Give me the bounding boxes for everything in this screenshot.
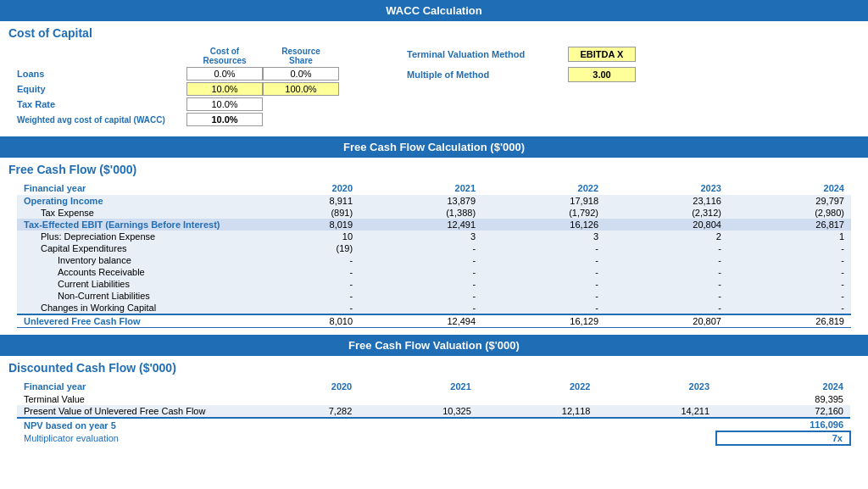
taxrate-cost[interactable]: 10.0% — [186, 97, 263, 111]
fcf-cell-8-0: - — [254, 290, 359, 302]
fcf-cell-9-3: - — [605, 302, 728, 314]
fcf-cell-5-2: - — [482, 254, 605, 266]
npv-empty-4: 116,096 — [716, 418, 850, 431]
npv-empty-2 — [478, 418, 598, 431]
wacc-col-headers: Cost ofResources ResourceShare — [17, 47, 339, 65]
npv-row: NPV based on year 5116,096 — [17, 418, 850, 431]
npv-empty-1 — [359, 418, 478, 431]
fcf-cell-2-3: 20,804 — [605, 219, 728, 231]
fcf-cell-4-1: - — [359, 242, 482, 254]
npv-empty-3 — [597, 418, 716, 431]
fcf-cell-5-4: - — [728, 254, 851, 266]
fcf-cell-1-0: (891) — [254, 207, 359, 219]
fcf-row-label-6: Accounts Receivable — [17, 266, 254, 278]
fcf-content: Financial year 2020 2021 2022 2023 2024 … — [0, 178, 868, 335]
dcf-year-2021: 2021 — [359, 380, 478, 393]
wacc-row-taxrate: Tax Rate 10.0% — [17, 97, 339, 111]
wacc-share — [263, 119, 339, 120]
wacc-content: Cost ofResources ResourceShare Loans 0.0… — [0, 42, 868, 136]
multiplicator-row: Multiplicator evaluation7x — [17, 431, 850, 445]
wacc-header: WACC Calculation — [0, 0, 868, 21]
dcf-cell-0-1 — [359, 393, 478, 405]
mult-cell-1 — [359, 431, 478, 445]
multiple-method-value[interactable]: 3.00 — [568, 67, 636, 82]
loans-share[interactable]: 0.0% — [263, 67, 339, 81]
fcf-cell-6-2: - — [482, 266, 605, 278]
fcf-cell-3-0: 10 — [254, 231, 359, 242]
fcf-cell-7-1: - — [359, 278, 482, 290]
fcf-cell-9-0: - — [254, 302, 359, 314]
fcf-row-label-3: Plus: Depreciation Expense — [17, 231, 254, 242]
fcf-row-3: Plus: Depreciation Expense103321 — [17, 231, 851, 242]
fcf-row-2: Tax-Effected EBIT (Earnings Before Inter… — [17, 219, 851, 231]
fcf-cell-9-4: - — [728, 302, 851, 314]
terminal-method-row: Terminal Valuation Method EBITDA X — [407, 47, 636, 62]
fcf-cell-5-1: - — [359, 254, 482, 266]
taxrate-share — [263, 103, 339, 105]
fcf-cell-5-3: - — [605, 254, 728, 266]
fcf-year-2023: 2023 — [605, 181, 728, 195]
wacc-left: Cost ofResources ResourceShare Loans 0.0… — [17, 47, 339, 128]
wacc-row-wacc: Weighted avg cost of capital (WACC) 10.0… — [17, 113, 339, 126]
dcf-cell-1-2: 12,118 — [478, 405, 598, 418]
dcf-row-label-0: Terminal Value — [17, 393, 254, 405]
fcf-cell-4-4: - — [728, 242, 851, 254]
fcf-row-9: Changes in Working Capital----- — [17, 302, 851, 314]
dcf-cell-1-0: 7,282 — [254, 405, 359, 418]
fcf-row-label-8: Non-Current Liabilities — [17, 290, 254, 302]
fcf-cell-2-0: 8,019 — [254, 219, 359, 231]
fcf-row-label-9: Changes in Working Capital — [17, 302, 254, 314]
fcf-row-label-1: Tax Expense — [17, 207, 254, 219]
fcf-cell-7-0: - — [254, 278, 359, 290]
dcf-cell-0-4: 89,395 — [716, 393, 850, 405]
mult-cell-3 — [597, 431, 716, 445]
dcf-title: Discounted Cash Flow ($'000) — [0, 356, 868, 376]
fcf-cell-2-2: 16,126 — [482, 219, 605, 231]
fcf-cell-0-1: 13,879 — [359, 195, 482, 207]
fcf-cell-9-1: - — [359, 302, 482, 314]
fcf-cell-5-0: - — [254, 254, 359, 266]
fcf-year-2020: 2020 — [254, 181, 359, 195]
fcf-cell-1-4: (2,980) — [728, 207, 851, 219]
fcf-row-7: Current Liabilities----- — [17, 278, 851, 290]
fcf-cell-6-1: - — [359, 266, 482, 278]
fcf-table: Financial year 2020 2021 2022 2023 2024 … — [17, 181, 851, 328]
fcf-cell-0-3: 23,116 — [605, 195, 728, 207]
fcf-cell-7-3: - — [605, 278, 728, 290]
taxrate-label: Tax Rate — [17, 99, 186, 109]
multiple-method-row: Multiple of Method 3.00 — [407, 67, 636, 82]
dcf-year-2023: 2023 — [597, 380, 716, 393]
equity-share[interactable]: 100.0% — [263, 82, 339, 96]
dcf-cell-1-3: 14,211 — [597, 405, 716, 418]
dcf-year-label: Financial year — [17, 380, 254, 393]
fcf-title: Free Cash Flow ($'000) — [0, 158, 868, 178]
col-header-cost: Cost ofResources — [186, 47, 263, 65]
mult-cell-4[interactable]: 7x — [716, 431, 850, 445]
dcf-year-2024: 2024 — [716, 380, 850, 393]
dcf-header: Free Cash Flow Valuation ($'000) — [0, 335, 868, 356]
dcf-section: Free Cash Flow Valuation ($'000) Discoun… — [0, 335, 868, 453]
terminal-method-value[interactable]: EBITDA X — [568, 47, 636, 62]
fcf-row-10: Unlevered Free Cash Flow8,01012,49416,12… — [17, 314, 851, 328]
dcf-row-label-1: Present Value of Unlevered Free Cash Flo… — [17, 405, 254, 418]
fcf-row-label-2: Tax-Effected EBIT (Earnings Before Inter… — [17, 219, 254, 231]
equity-cost[interactable]: 10.0% — [186, 82, 263, 96]
npv-label: NPV based on year 5 — [17, 418, 254, 431]
wacc-row-loans: Loans 0.0% 0.0% — [17, 67, 339, 81]
dcf-year-2022: 2022 — [478, 380, 598, 393]
fcf-year-2021: 2021 — [359, 181, 482, 195]
dcf-cell-0-2 — [478, 393, 598, 405]
fcf-row-6: Accounts Receivable----- — [17, 266, 851, 278]
loans-cost[interactable]: 0.0% — [186, 67, 263, 81]
dcf-year-2020: 2020 — [254, 380, 359, 393]
dcf-cell-0-3 — [597, 393, 716, 405]
fcf-row-label-10: Unlevered Free Cash Flow — [17, 314, 254, 328]
fcf-row-label-4: Capital Expenditures — [17, 242, 254, 254]
fcf-cell-10-2: 16,129 — [482, 314, 605, 328]
fcf-cell-4-2: - — [482, 242, 605, 254]
wacc-cost[interactable]: 10.0% — [186, 113, 263, 126]
fcf-cell-1-3: (2,312) — [605, 207, 728, 219]
fcf-cell-2-4: 26,817 — [728, 219, 851, 231]
fcf-header-row: Financial year 2020 2021 2022 2023 2024 — [17, 181, 851, 195]
wacc-row-equity: Equity 10.0% 100.0% — [17, 82, 339, 96]
